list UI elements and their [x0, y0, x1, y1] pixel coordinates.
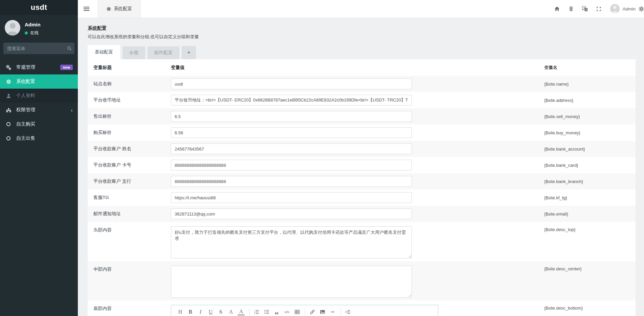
sidebar-item-profile[interactable]: 个人资料 [0, 89, 78, 103]
sidebar-item-general-management[interactable]: 常规管理 new [0, 60, 78, 74]
row-title: 购买标价 [93, 130, 171, 136]
trash-icon[interactable] [564, 0, 578, 18]
circle-icon [5, 136, 12, 141]
support-tg-input[interactable] [171, 192, 412, 203]
circle-icon [5, 122, 12, 127]
strikethrough-button[interactable]: S [217, 308, 224, 316]
image-icon[interactable] [319, 308, 326, 316]
table-row: 售出标价 {$site.sell_money} [88, 108, 636, 125]
sidebar-item-self-buy[interactable]: 自主购买 [0, 117, 78, 131]
user-icon [5, 93, 12, 98]
sell-price-input[interactable] [171, 111, 412, 122]
table-row: 平台收款账户 卡号 {$site.bank_card} [88, 157, 636, 173]
topbar-user-menu[interactable]: Admin [606, 4, 639, 14]
variable-name: {$site.email} [544, 211, 630, 217]
bold-button[interactable]: B [187, 308, 194, 316]
gear-icon[interactable] [639, 6, 644, 12]
blockquote-icon[interactable]: “ [273, 308, 280, 316]
buy-price-input[interactable] [171, 127, 412, 138]
sidebar-menu: 常规管理 new 系统配置 个人资料 [0, 60, 78, 145]
config-table: 变量标题 变量值 变量名 站点名称 {$site.name} 平台收币地址 {$… [88, 59, 636, 316]
variable-name: {$site.address} [544, 98, 630, 103]
site-address-input[interactable] [171, 95, 412, 106]
table-row: 购买标价 {$site.buy_money} [88, 125, 636, 141]
table-row: 平台收币地址 {$site.address} [88, 92, 636, 108]
bank-card-input[interactable] [171, 160, 412, 171]
topbar-user-name: Admin [623, 6, 636, 12]
sidebar-toggle-icon[interactable] [78, 0, 93, 18]
gears-icon [5, 65, 12, 70]
variable-name: {$site.bank_card} [544, 163, 630, 168]
sidebar-item-label: 自主出售 [16, 135, 35, 141]
code-icon[interactable]: </> [283, 308, 290, 316]
column-header: 变量值 [171, 65, 544, 71]
row-title: 售出标价 [93, 113, 171, 119]
row-title: 头部内容 [93, 226, 171, 233]
bank-branch-input[interactable] [171, 176, 412, 187]
user-panel: Admin 在线 [0, 15, 78, 39]
translate-icon[interactable]: 文 A [578, 0, 592, 18]
add-tab-button[interactable]: + [182, 46, 196, 59]
column-header: 变量标题 [93, 65, 171, 71]
row-title: 客服TG [93, 195, 171, 201]
sidebar-item-system-config[interactable]: 系统配置 [0, 74, 78, 89]
variable-name: {$site.desc_center} [544, 266, 630, 271]
search-icon[interactable] [67, 46, 72, 51]
unordered-list-icon[interactable] [263, 308, 270, 316]
row-title: 中部内容 [93, 266, 171, 272]
user-avatar [610, 4, 620, 14]
gear-icon [107, 7, 111, 11]
variable-name: {$site.bank_branch} [544, 179, 630, 184]
tab-balance[interactable]: 余额 [123, 46, 145, 59]
table-row: 头部内容 好u支付，致力于打造领先的匿名支付第三方支付平台，以代理、以代购支付信… [88, 222, 636, 261]
rich-text-editor: H B I U S A A 123 [171, 305, 438, 316]
toolbar-divider [305, 309, 305, 316]
variable-name: {$site.desc_bottom} [544, 305, 630, 311]
row-title: 平台收款账户 姓名 [93, 146, 171, 152]
underline-button[interactable]: U [207, 308, 214, 316]
table-row: 站点名称 {$site.name} [88, 76, 636, 92]
fullscreen-icon[interactable] [592, 0, 606, 18]
italic-button[interactable]: I [197, 308, 204, 316]
tab-basic-config[interactable]: 基础配置 [88, 45, 120, 59]
variable-name: {$site.kf_tg} [544, 195, 630, 200]
tab-mail-config[interactable]: 邮件配置 [148, 46, 179, 59]
font-color-button[interactable]: A [238, 309, 245, 315]
topbar-right: 文 A Admin [550, 0, 644, 18]
svg-text:3: 3 [254, 312, 255, 314]
column-header: 变量名 [544, 65, 630, 71]
indent-icon[interactable] [344, 308, 351, 316]
user-status: 在线 [25, 30, 41, 36]
bank-account-input[interactable] [171, 143, 412, 154]
link-icon[interactable] [309, 308, 316, 316]
ordered-list-icon[interactable]: 123 [253, 308, 260, 316]
brand-logo: usdt [0, 0, 78, 15]
editor-toolbar: H B I U S A A 123 [171, 305, 438, 316]
desc-top-textarea[interactable]: 好u支付，致力于打造领先的匿名支付第三方支付平台，以代理、以代购支付信用卡还款等… [171, 226, 412, 258]
topbar: 系统配置 文 A [78, 0, 644, 18]
variable-name: {$site.sell_money} [544, 114, 630, 119]
user-name: Admin [25, 22, 41, 27]
menu-search-input[interactable] [7, 46, 67, 51]
email-input[interactable] [171, 208, 412, 219]
heading-button[interactable]: H [177, 308, 184, 316]
home-icon[interactable] [550, 0, 564, 18]
open-tab-system-config[interactable]: 系统配置 [97, 0, 141, 18]
sidebar-item-label: 常规管理 [16, 64, 35, 70]
sidebar-item-permissions[interactable]: 权限管理 ‹ [0, 103, 78, 117]
site-name-input[interactable] [171, 78, 412, 89]
variable-name: {$site.desc_top} [544, 226, 630, 232]
toolbar-divider [249, 309, 249, 316]
table-header-row: 变量标题 变量值 变量名 [88, 59, 636, 76]
horizontal-rule-icon[interactable] [329, 308, 336, 316]
variable-name: {$site.bank_account} [544, 146, 630, 152]
desc-center-textarea[interactable] [171, 266, 412, 298]
page-title: 系统配置 [88, 25, 636, 31]
row-title: 站点名称 [93, 81, 171, 87]
table-icon[interactable] [293, 308, 301, 316]
table-row: 平台收款账户 姓名 {$site.bank_account} [88, 141, 636, 157]
font-size-button[interactable]: A [227, 308, 235, 316]
sidebar-item-label: 个人资料 [16, 93, 35, 99]
sidebar-item-self-sell[interactable]: 自主出售 [0, 131, 78, 145]
row-title: 邮件通知地址 [93, 211, 171, 217]
